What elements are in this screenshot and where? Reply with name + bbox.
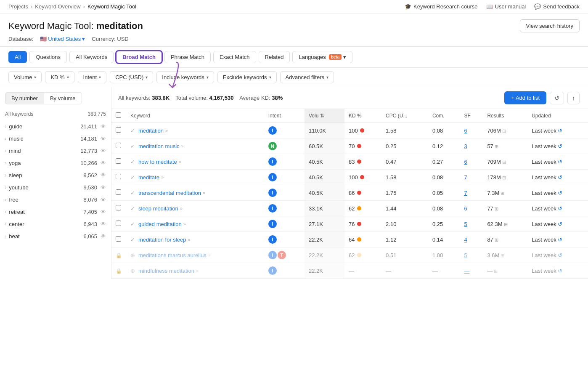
row-select-cell[interactable] — [111, 185, 126, 201]
row-select-cell[interactable]: 🔒 — [111, 263, 126, 279]
eye-icon[interactable]: 👁 — [101, 209, 106, 215]
sf-cell[interactable]: 3 — [460, 138, 483, 154]
sf-link[interactable]: 7 — [464, 174, 467, 181]
row-select-cell[interactable] — [111, 123, 126, 138]
tab-languages[interactable]: Languages beta ▾ — [292, 51, 352, 63]
tab-exact-match[interactable]: Exact Match — [213, 51, 256, 63]
kd-filter[interactable]: KD % ▾ — [45, 71, 74, 83]
intent-filter[interactable]: Intent ▾ — [78, 71, 107, 83]
tab-questions[interactable]: Questions — [29, 51, 67, 63]
tab-all[interactable]: All — [8, 51, 27, 63]
row-select-cell[interactable] — [111, 201, 126, 216]
database-selector[interactable]: 🇺🇸 United States ▾ — [40, 36, 85, 42]
refresh-icon[interactable]: ↺ — [558, 252, 562, 258]
sf-link[interactable]: 7 — [464, 190, 467, 196]
keyword-link[interactable]: ✓guided meditation » — [130, 221, 260, 227]
sf-cell[interactable]: 6 — [460, 123, 483, 138]
refresh-icon[interactable]: ↺ — [558, 174, 562, 181]
breadcrumb-projects[interactable]: Projects — [8, 3, 28, 10]
refresh-icon[interactable]: ↺ — [558, 159, 562, 165]
eye-icon[interactable]: 👁 — [101, 123, 106, 130]
volume-filter[interactable]: Volume ▾ — [8, 71, 42, 83]
eye-icon[interactable]: 👁 — [101, 136, 106, 142]
sf-cell[interactable]: — — [460, 263, 483, 279]
sort-by-volume-button[interactable]: By volume — [44, 92, 82, 104]
advanced-filters[interactable]: Advanced filters ▾ — [280, 71, 334, 83]
sidebar-item-free[interactable]: › free 8,076 👁 — [0, 194, 111, 206]
sidebar-item-youtube[interactable]: › youtube 9,530 👁 — [0, 181, 111, 194]
tab-phrase-match[interactable]: Phrase Match — [164, 51, 211, 63]
refresh-button[interactable]: ↺ — [550, 92, 564, 104]
sort-by-number-button[interactable]: By number — [5, 92, 44, 104]
keyword-link[interactable]: ✓how to meditate » — [130, 159, 260, 165]
sidebar-item-retreat[interactable]: › retreat 7,405 👁 — [0, 206, 111, 218]
refresh-icon[interactable]: ↺ — [558, 190, 562, 196]
sf-link[interactable]: 4 — [464, 237, 467, 243]
sidebar-item-yoga[interactable]: › yoga 10,266 👁 — [0, 157, 111, 169]
row-checkbox[interactable] — [116, 189, 121, 195]
export-button[interactable]: ↑ — [567, 92, 580, 104]
row-select-cell[interactable] — [111, 232, 126, 247]
eye-icon[interactable]: 👁 — [101, 172, 106, 178]
select-all-header[interactable] — [111, 109, 126, 123]
row-select-cell[interactable] — [111, 216, 126, 232]
eye-icon[interactable]: 👁 — [101, 160, 106, 166]
sf-cell[interactable]: 5 — [460, 216, 483, 232]
keyword-link[interactable]: ✓meditation music » — [130, 143, 260, 149]
sidebar-item-mind[interactable]: › mind 12,773 👁 — [0, 145, 111, 157]
send-feedback-link[interactable]: 💬 Send feedback — [534, 3, 580, 10]
sf-link[interactable]: 3 — [464, 143, 467, 149]
sf-cell[interactable]: 7 — [460, 185, 483, 201]
user-manual-link[interactable]: 📖 User manual — [486, 3, 526, 10]
eye-icon[interactable]: 👁 — [101, 221, 106, 227]
eye-icon[interactable]: 👁 — [101, 148, 106, 154]
exclude-keywords-filter[interactable]: Exclude keywords ▾ — [217, 71, 277, 83]
sf-cell[interactable]: 4 — [460, 232, 483, 247]
row-checkbox[interactable] — [116, 236, 121, 242]
sf-link[interactable]: 5 — [464, 252, 467, 258]
sf-cell[interactable]: 7 — [460, 170, 483, 185]
keyword-link[interactable]: ✓transcendental meditation » — [130, 190, 260, 196]
keyword-link[interactable]: ✓meditation for sleep » — [130, 237, 260, 243]
add-to-list-button[interactable]: + Add to list — [504, 91, 546, 104]
sf-link[interactable]: 5 — [464, 221, 467, 227]
sf-cell[interactable]: 5 — [460, 247, 483, 263]
sidebar-item-music[interactable]: › music 14,181 👁 — [0, 133, 111, 145]
sf-link[interactable]: — — [464, 268, 469, 274]
row-checkbox[interactable] — [116, 205, 121, 210]
keyword-link[interactable]: ✓meditate » — [130, 174, 260, 181]
sf-link[interactable]: 6 — [464, 205, 467, 212]
breadcrumb-keyword-overview[interactable]: Keyword Overview — [35, 3, 80, 10]
sidebar-item-beat[interactable]: › beat 6,065 👁 — [0, 230, 111, 242]
row-checkbox[interactable] — [116, 127, 121, 133]
sidebar-item-guide[interactable]: › guide 21,411 👁 — [0, 120, 111, 133]
sf-link[interactable]: 6 — [464, 128, 467, 134]
eye-icon[interactable]: 👁 — [101, 197, 106, 203]
keyword-link[interactable]: ⊕mindfulness meditation » — [130, 268, 260, 274]
row-checkbox[interactable] — [116, 174, 121, 179]
keyword-link[interactable]: ⊕meditations marcus aurelius » — [130, 252, 260, 258]
refresh-icon[interactable]: ↺ — [558, 221, 562, 227]
tab-related[interactable]: Related — [259, 51, 290, 63]
sf-cell[interactable]: 6 — [460, 201, 483, 216]
row-checkbox[interactable] — [116, 143, 121, 148]
eye-icon[interactable]: 👁 — [101, 233, 106, 239]
sf-link[interactable]: 6 — [464, 159, 467, 165]
refresh-icon[interactable]: ↺ — [558, 143, 562, 149]
row-checkbox[interactable] — [116, 221, 121, 226]
sidebar-item-sleep[interactable]: › sleep 9,562 👁 — [0, 169, 111, 181]
keyword-link[interactable]: ✓sleep meditation » — [130, 205, 260, 212]
refresh-icon[interactable]: ↺ — [558, 268, 562, 274]
tab-broad-match[interactable]: Broad Match — [116, 51, 162, 63]
eye-icon[interactable]: 👁 — [101, 184, 106, 191]
row-select-cell[interactable] — [111, 170, 126, 185]
refresh-icon[interactable]: ↺ — [558, 128, 562, 134]
select-all-checkbox[interactable] — [116, 112, 121, 118]
row-select-cell[interactable]: 🔒 — [111, 247, 126, 263]
keyword-research-course-link[interactable]: 🎓 Keyword Research course — [405, 3, 477, 10]
refresh-icon[interactable]: ↺ — [558, 237, 562, 243]
view-search-history-button[interactable]: View search history — [520, 19, 580, 32]
tab-all-keywords[interactable]: All Keywords — [69, 51, 114, 63]
keyword-link[interactable]: ✓meditation » — [130, 128, 260, 134]
include-keywords-filter[interactable]: Include keywords ▾ — [156, 71, 214, 83]
